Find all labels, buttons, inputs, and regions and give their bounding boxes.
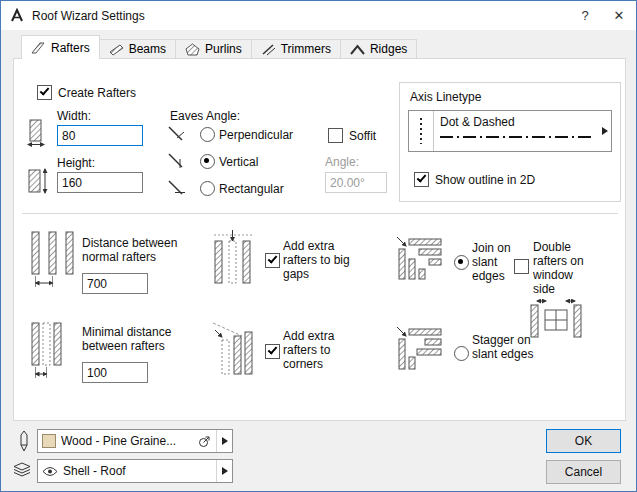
join-slant-edges-icon — [395, 235, 443, 281]
material-swatch — [42, 434, 56, 448]
tab-rafters[interactable]: Rafters — [21, 35, 100, 59]
perpendicular-label: Perpendicular — [219, 128, 293, 142]
layer-dropdown-arrow[interactable] — [216, 460, 232, 482]
eaves-angle-title: Eaves Angle: — [170, 109, 240, 123]
trimmers-tab-icon — [261, 43, 276, 56]
purlins-tab-icon — [185, 43, 200, 56]
tab-label: Beams — [129, 42, 166, 56]
beams-tab-icon — [109, 43, 124, 56]
app-icon — [9, 8, 25, 24]
tab-ridges[interactable]: Ridges — [340, 39, 417, 59]
extra-rafters-corners-checkbox[interactable] — [265, 344, 280, 359]
close-button[interactable]: ✕ — [602, 1, 636, 30]
ok-button[interactable]: OK — [546, 429, 621, 453]
double-rafters-checkbox[interactable] — [514, 259, 529, 274]
tab-strip: Rafters Beams Purlins Trimmers Ridges — [21, 35, 416, 59]
layer-combo[interactable]: Shell - Roof — [37, 459, 233, 483]
rafter-width-icon — [27, 119, 45, 147]
normal-rafter-distance-input[interactable] — [82, 273, 148, 294]
double-rafters-icon — [528, 297, 584, 341]
material-dropdown-arrow[interactable] — [216, 430, 232, 452]
linetype-picker[interactable]: Dot & Dashed — [408, 110, 612, 152]
extra-rafters-corners-label: Add extra rafters to corners — [283, 329, 355, 371]
perpendicular-radio[interactable] — [200, 127, 215, 142]
linetype-dropdown-arrow[interactable] — [598, 111, 611, 151]
soffit-label: Soffit — [349, 129, 376, 143]
eaves-perpendicular-icon — [166, 125, 188, 143]
eaves-vertical-icon — [166, 152, 188, 170]
double-rafters-label: Double rafters on window side — [533, 240, 595, 296]
create-rafters-checkbox[interactable] — [37, 85, 52, 100]
linetype-selection: Dot & Dashed — [434, 111, 598, 151]
create-rafters-label: Create Rafters — [58, 86, 136, 100]
show-outline-checkbox[interactable] — [414, 172, 429, 187]
linetype-preview-icon — [409, 111, 434, 151]
stagger-slant-edges-radio[interactable] — [454, 346, 469, 361]
height-input[interactable] — [57, 172, 143, 193]
angle-input — [325, 172, 387, 193]
minimal-rafter-distance-input[interactable] — [82, 362, 148, 383]
tab-trimmers[interactable]: Trimmers — [251, 39, 341, 59]
rafters-tab-panel: Create Rafters Width: Height: Eaves Angl… — [13, 58, 626, 421]
extra-rafters-corners-icon — [212, 320, 254, 382]
axis-linetype-title: Axis Linetype — [410, 90, 481, 104]
width-input[interactable] — [57, 125, 143, 146]
width-label: Width: — [57, 109, 91, 123]
cancel-button[interactable]: Cancel — [546, 460, 621, 484]
ridges-tab-icon — [350, 43, 365, 56]
material-combo[interactable]: Wood - Pine Graine... — [37, 429, 233, 453]
material-picker-icon[interactable] — [198, 435, 211, 448]
minimal-rafter-distance-label: Minimal distance between rafters — [82, 325, 186, 353]
tab-label: Purlins — [205, 42, 242, 56]
roof-wizard-dialog: Roof Wizard Settings ? ✕ Rafters Beams P… — [0, 0, 637, 492]
angle-label: Angle: — [325, 155, 359, 169]
linetype-name: Dot & Dashed — [440, 115, 592, 129]
rectangular-radio[interactable] — [200, 181, 215, 196]
tab-label: Rafters — [51, 41, 90, 55]
material-pen-icon — [18, 430, 30, 452]
vertical-label: Vertical — [219, 155, 258, 169]
tab-purlins[interactable]: Purlins — [175, 39, 252, 59]
extra-rafters-big-gaps-label: Add extra rafters to big gaps — [283, 239, 363, 281]
axis-linetype-group: Axis Linetype Dot & Dashed Show outline … — [399, 82, 621, 202]
help-button[interactable]: ? — [568, 1, 602, 30]
join-slant-edges-label: Join on slant edges — [472, 241, 518, 283]
rafter-height-icon — [27, 167, 49, 195]
extra-rafters-big-gaps-icon — [212, 229, 254, 291]
soffit-checkbox[interactable] — [328, 128, 343, 143]
normal-rafter-distance-label: Distance between normal rafters — [82, 236, 194, 264]
rafters-tab-icon — [31, 41, 46, 54]
rectangular-label: Rectangular — [219, 182, 284, 196]
tab-label: Ridges — [370, 42, 407, 56]
tab-beams[interactable]: Beams — [99, 39, 176, 59]
show-outline-label: Show outline in 2D — [435, 173, 535, 187]
dash-dot-sample-icon — [440, 136, 592, 138]
minimal-rafter-distance-icon — [30, 321, 76, 383]
height-label: Height: — [57, 156, 95, 170]
stagger-slant-edges-icon — [395, 325, 443, 371]
normal-rafter-distance-icon — [30, 230, 76, 292]
section-divider — [22, 213, 618, 214]
vertical-radio[interactable] — [200, 154, 215, 169]
join-slant-edges-radio[interactable] — [454, 255, 469, 270]
layers-icon — [13, 462, 31, 477]
window-title: Roof Wizard Settings — [32, 9, 145, 23]
tab-label: Trimmers — [281, 42, 331, 56]
material-value: Wood - Pine Graine... — [61, 434, 193, 448]
extra-rafters-big-gaps-checkbox[interactable] — [265, 253, 280, 268]
titlebar: Roof Wizard Settings ? ✕ — [1, 1, 636, 30]
eaves-rectangular-icon — [166, 179, 188, 197]
layer-value: Shell - Roof — [63, 464, 211, 478]
layer-visibility-eye-icon — [42, 466, 58, 477]
